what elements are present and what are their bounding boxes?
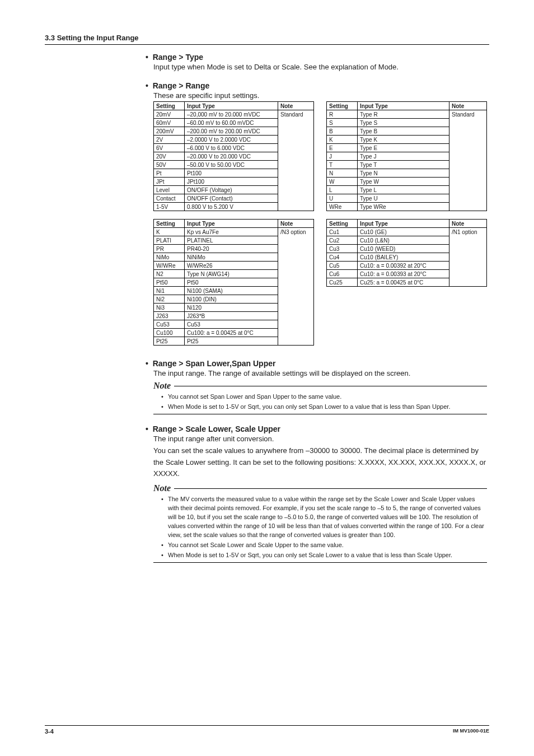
cell-input-type: NiNiMo <box>185 253 278 262</box>
note-heading: Note <box>153 381 487 391</box>
th-input-type: Input Type <box>358 220 449 228</box>
cell-setting: N2 <box>154 270 185 278</box>
cell-setting: Cu6 <box>327 270 358 278</box>
cell-input-type: 0.800 V to 5.200 V <box>185 203 278 211</box>
cell-setting: Cu1 <box>327 228 358 236</box>
cell-input-type: Pt50 <box>185 278 278 287</box>
desc-span: The input range. The range of available … <box>153 369 487 377</box>
cell-input-type: Type B <box>358 127 449 136</box>
heading-range-range: • Range > Range <box>146 81 487 90</box>
th-note: Note <box>278 220 314 228</box>
th-setting: Setting <box>154 220 185 228</box>
cell-setting: Contact <box>154 194 185 203</box>
cell-setting: K <box>154 228 185 236</box>
cell-input-type: Type K <box>358 136 449 144</box>
cell-input-type: Type J <box>358 152 449 161</box>
cell-setting: T <box>327 161 358 169</box>
desc-range-type: Input type when Mode is set to Delta or … <box>153 63 487 71</box>
cell-input-type: Pt100 <box>185 169 278 178</box>
cell-input-type: ON/OFF (Voltage) <box>185 186 278 194</box>
cell-setting: N <box>327 169 358 178</box>
cell-note: /N1 option <box>449 228 487 287</box>
heading-scale: • Range > Scale Lower, Scale Upper <box>146 424 487 433</box>
th-setting: Setting <box>154 102 185 110</box>
cell-note: Standard <box>278 110 314 211</box>
th-note: Note <box>278 102 314 110</box>
cell-setting: 2V <box>154 136 185 144</box>
cell-input-type: J263*B <box>185 312 278 320</box>
cell-setting: NiMo <box>154 253 185 262</box>
th-input-type: Input Type <box>358 102 449 110</box>
heading-range-type: • Range > Type <box>146 53 487 62</box>
note-item: The MV converts the measured value to a … <box>161 495 487 540</box>
th-input-type: Input Type <box>185 102 278 110</box>
cell-note: /N3 option <box>278 228 314 346</box>
note-list-scale: The MV converts the measured value to a … <box>146 495 487 560</box>
cell-setting: Cu53 <box>154 320 185 329</box>
desc-scale-2: You can set the scale values to anywhere… <box>153 445 487 480</box>
cell-input-type: –50.00 V to 50.00 VDC <box>185 161 278 169</box>
cell-input-type: Pt25 <box>185 337 278 346</box>
cell-setting: R <box>327 110 358 119</box>
cell-setting: J <box>327 152 358 161</box>
cell-input-type: Type W <box>358 178 449 186</box>
cell-setting: Ni3 <box>154 304 185 312</box>
cell-setting: W/WRe <box>154 262 185 270</box>
cell-setting: WRe <box>327 203 358 211</box>
doc-id: IM MV1000-01E <box>453 728 489 735</box>
cell-input-type: JPt100 <box>185 178 278 186</box>
cell-setting: PLATI <box>154 236 185 245</box>
note-item: You cannot set Scale Lower and Scale Upp… <box>161 541 487 550</box>
cell-input-type: Type E <box>358 144 449 152</box>
cell-input-type: Type L <box>358 186 449 194</box>
desc-range-range: These are specific input settings. <box>153 91 487 100</box>
th-setting: Setting <box>327 102 358 110</box>
cell-input-type: Kp vs Au7Fe <box>185 228 278 236</box>
cell-setting: J263 <box>154 312 185 320</box>
table-n3-option: Setting Input Type Note KKp vs Au7Fe/N3 … <box>153 219 314 346</box>
cell-input-type: ON/OFF (Contact) <box>185 194 278 203</box>
cell-setting: Cu100 <box>154 329 185 337</box>
cell-input-type: –6.000 V to 6.000 VDC <box>185 144 278 152</box>
cell-input-type: Cu10: a = 0.00393 at 20°C <box>358 270 449 278</box>
cell-setting: 6V <box>154 144 185 152</box>
table-row: 20mV–20,000 mV to 20.000 mVDCStandard <box>154 110 314 119</box>
cell-input-type: –200.00 mV to 200.00 mVDC <box>185 127 278 136</box>
table-row: RType RStandard <box>327 110 487 119</box>
cell-setting: E <box>327 144 358 152</box>
cell-setting: S <box>327 119 358 127</box>
cell-setting: 1-5V <box>154 203 185 211</box>
th-input-type: Input Type <box>185 220 278 228</box>
cell-input-type: Type R <box>358 110 449 119</box>
cell-setting: L <box>327 186 358 194</box>
cell-input-type: Type N <box>358 169 449 178</box>
cell-input-type: –20.000 V to 20.000 VDC <box>185 152 278 161</box>
cell-setting: U <box>327 194 358 203</box>
cell-input-type: Type N (AWG14) <box>185 270 278 278</box>
cell-input-type: Cu53 <box>185 320 278 329</box>
table-row: Cu1Cu10 (GE)/N1 option <box>327 228 487 236</box>
page-number: 3-4 <box>45 728 54 735</box>
cell-input-type: Cu10 (GE) <box>358 228 449 236</box>
cell-setting: 60mV <box>154 119 185 127</box>
cell-setting: 20mV <box>154 110 185 119</box>
cell-setting: Pt <box>154 169 185 178</box>
th-setting: Setting <box>327 220 358 228</box>
cell-setting: JPt <box>154 178 185 186</box>
cell-setting: Cu2 <box>327 236 358 245</box>
cell-setting: Cu5 <box>327 262 358 270</box>
table-volt-rtd: Setting Input Type Note 20mV–20,000 mV t… <box>153 101 314 211</box>
cell-input-type: Ni100 (DIN) <box>185 295 278 304</box>
cell-input-type: –60.00 mV to 60.00 mVDC <box>185 119 278 127</box>
note-heading: Note <box>153 483 487 493</box>
cell-input-type: Cu10 (L&N) <box>358 236 449 245</box>
cell-setting: Pt25 <box>154 337 185 346</box>
cell-input-type: Type S <box>358 119 449 127</box>
cell-setting: Level <box>154 186 185 194</box>
cell-input-type: Type T <box>358 161 449 169</box>
table-tc-standard: Setting Input Type Note RType RStandardS… <box>326 101 487 211</box>
cell-input-type: Cu100: a = 0.00425 at 0°C <box>185 329 278 337</box>
cell-note: Standard <box>449 110 487 211</box>
desc-scale-1: The input range after unit conversion. <box>153 435 487 443</box>
cell-input-type: Cu10: a = 0.00392 at 20°C <box>358 262 449 270</box>
